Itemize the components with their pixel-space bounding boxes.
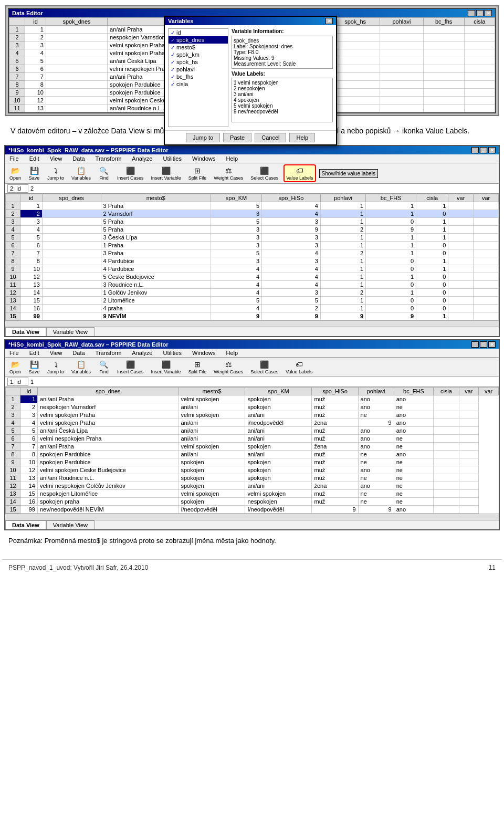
e2-col-spo-dnes[interactable]: spo_dnes — [38, 388, 179, 395]
menu-view[interactable]: View — [48, 155, 65, 162]
split-file-button[interactable]: ⊞ Split File — [186, 165, 209, 182]
select2-button[interactable]: ⬛ Select Cases — [248, 359, 280, 375]
e1-col-cisla[interactable]: cisla — [416, 194, 448, 202]
menu2-transform[interactable]: Transform — [93, 349, 124, 357]
tab-variable-view-1[interactable]: Variable View — [46, 327, 94, 336]
menu-file[interactable]: File — [7, 155, 21, 162]
editor1-hscrollbar[interactable] — [5, 320, 499, 327]
var-item-spok-hs[interactable]: ✓ spok_hs — [169, 58, 228, 66]
menu2-help[interactable]: Help — [224, 349, 240, 357]
col-header-id[interactable]: id — [25, 18, 46, 26]
save2-button[interactable]: 💾 Save — [26, 359, 42, 375]
menu2-edit[interactable]: Edit — [27, 349, 41, 357]
e2-col-mesto[interactable]: mesto$ — [178, 388, 245, 395]
tab-data-view-1[interactable]: Data View — [5, 327, 46, 336]
e1-col-spo-hiso[interactable]: spo_HiSo — [262, 194, 321, 202]
menu2-file[interactable]: File — [7, 349, 21, 357]
variables-tb-button[interactable]: 📋 Variables — [69, 165, 93, 182]
menu2-analyze[interactable]: Analyze — [130, 349, 154, 357]
e2-col-spo-hiso[interactable]: spo_HiSo — [312, 388, 358, 395]
minimize-btn[interactable]: _ — [468, 10, 475, 16]
menu-help[interactable]: Help — [224, 155, 240, 162]
col-header-cisla[interactable]: cisla — [464, 18, 495, 26]
editor2-maximize[interactable]: □ — [480, 341, 487, 348]
insert-cases-button[interactable]: ⬛ Insert Cases — [115, 165, 146, 182]
editor2-minimize[interactable]: _ — [471, 341, 479, 348]
var-item-mesto[interactable]: ✓ mesto$ — [169, 44, 228, 51]
e2-col-id[interactable]: id — [20, 388, 38, 395]
editor2-grid[interactable]: id spo_dnes mesto$ spo_KM spo_HiSo pohla… — [5, 387, 499, 514]
e1-col-spo-dnes[interactable]: spo_dnes — [42, 194, 101, 202]
insert-variable-button[interactable]: ⬛ Insert Variable — [149, 165, 183, 182]
open2-button[interactable]: 📂 Open — [7, 359, 23, 375]
split2-button[interactable]: ⊞ Split File — [186, 359, 209, 375]
col-header-pohlavi[interactable]: pohlavi — [380, 18, 424, 26]
insert-var2-button[interactable]: ⬛ Insert Variable — [149, 359, 183, 375]
e1-col-bc[interactable]: bc_FHS — [366, 194, 416, 202]
editor1-close[interactable]: ✕ — [488, 147, 496, 153]
menu-transform[interactable]: Transform — [93, 155, 124, 162]
col-header-spok[interactable]: spok_dnes — [46, 18, 107, 26]
maximize-btn[interactable]: □ — [476, 10, 484, 16]
editor1-grid[interactable]: id spo_dnes mesto$ spo_KM spo_HiSo pohla… — [5, 194, 499, 320]
jump-to-tb-button[interactable]: ⤵ Jump to — [45, 165, 66, 182]
save-button[interactable]: 💾 Save — [26, 165, 42, 182]
menu2-windows[interactable]: Windows — [190, 349, 218, 357]
col-header-spok-hs[interactable]: spok_hs — [331, 18, 380, 26]
editor1-maximize[interactable]: □ — [480, 147, 487, 153]
e1-col-id[interactable]: id — [20, 194, 43, 202]
col-header-bc[interactable]: bc_fhs — [423, 18, 464, 26]
paste-button[interactable]: Paste — [223, 133, 251, 142]
value-labels2-button[interactable]: 🏷 Value Labels — [284, 359, 314, 375]
jump-to-button[interactable]: Jump to — [186, 133, 220, 142]
var-item-spok-km[interactable]: ✓ spok_km — [169, 51, 228, 58]
insert-cases2-button[interactable]: ⬛ Insert Cases — [115, 359, 146, 375]
e2-col-var2[interactable]: var — [479, 388, 499, 395]
e2-col-pohlavi[interactable]: pohlavi — [358, 388, 394, 395]
editor1-toolbar: 📂 Open 💾 Save ⤵ Jump to 📋 Variables 🔍 Fi… — [5, 163, 499, 184]
e1-col-var1[interactable]: var — [448, 194, 474, 202]
e2-col-cisla[interactable]: cisla — [434, 388, 459, 395]
cancel-button[interactable]: Cancel — [255, 133, 286, 142]
jump-to2-button[interactable]: ⤵ Jump to — [45, 359, 66, 375]
menu2-data[interactable]: Data — [70, 349, 87, 357]
menu-edit[interactable]: Edit — [27, 155, 41, 162]
e2-col-spo-km[interactable]: spo_KM — [245, 388, 312, 395]
find2-button[interactable]: 🔍 Find — [96, 359, 112, 375]
menu-windows[interactable]: Windows — [190, 155, 218, 162]
editor2-hscrollbar[interactable] — [5, 514, 499, 520]
e1-col-pohlavi[interactable]: pohlavi — [320, 194, 365, 202]
menu-analyze[interactable]: Analyze — [130, 155, 154, 162]
variables2-button[interactable]: 📋 Variables — [69, 359, 93, 375]
open-button[interactable]: 📂 Open — [7, 165, 23, 182]
help-button[interactable]: Help — [289, 133, 315, 142]
menu-utilities[interactable]: Utilities — [161, 155, 183, 162]
show-hide-labels-button[interactable]: Show/hide value labels — [319, 169, 378, 178]
weight2-button[interactable]: ⚖ Weight Cases — [212, 359, 245, 375]
editor2-close[interactable]: ✕ — [488, 341, 496, 348]
find-button[interactable]: 🔍 Find — [96, 165, 112, 182]
menu-data[interactable]: Data — [70, 155, 87, 162]
open2-icon: 📂 — [10, 360, 20, 369]
close-btn[interactable]: ✕ — [485, 10, 492, 16]
tab-variable-view-2[interactable]: Variable View — [46, 520, 94, 529]
var-item-pohlavi[interactable]: ✓ pohlavi — [169, 66, 228, 73]
var-item-cisla[interactable]: ✓ cisla — [169, 80, 228, 88]
var-item-bc[interactable]: ✓ bc_fhs — [169, 73, 228, 80]
e1-col-mesto[interactable]: mesto$ — [101, 194, 211, 202]
weight-cases-button[interactable]: ⚖ Weight Cases — [212, 165, 245, 182]
dialog-close-btn[interactable]: ✕ — [326, 18, 333, 24]
tab-data-view-2[interactable]: Data View — [5, 520, 46, 529]
e1-col-spo-km[interactable]: spo_KM — [211, 194, 261, 202]
var-item-id[interactable]: ✓ id — [169, 29, 228, 36]
var-item-spok-dnes[interactable]: ✓ spok_dnes — [169, 36, 228, 44]
var-label-cisla: cisla — [176, 81, 188, 87]
menu2-view[interactable]: View — [48, 349, 65, 357]
e1-col-var2[interactable]: var — [474, 194, 499, 202]
e2-col-var1[interactable]: var — [459, 388, 479, 395]
e2-col-bc[interactable]: bc_FHS — [394, 388, 434, 395]
value-labels-button[interactable]: 🏷 Value Labels — [284, 164, 316, 182]
select-cases-button[interactable]: ⬛ Select Cases — [248, 165, 280, 182]
menu2-utilities[interactable]: Utilities — [161, 349, 183, 357]
editor1-minimize[interactable]: _ — [471, 147, 479, 153]
